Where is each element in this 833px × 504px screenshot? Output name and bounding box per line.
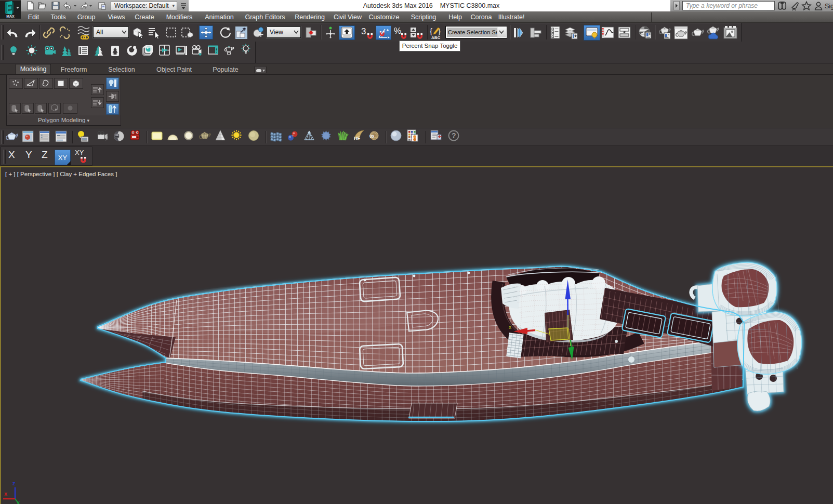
svg-text:x: x	[4, 490, 8, 497]
svg-text:y: y	[16, 499, 20, 504]
svg-text:%: %	[394, 26, 401, 35]
svg-text:3: 3	[361, 26, 366, 36]
svg-text:z: z	[12, 480, 16, 486]
svg-text:Sig: Sig	[825, 3, 833, 10]
svg-text:MAX: MAX	[6, 15, 15, 18]
svg-text:HF: HF	[354, 136, 360, 141]
svg-text:0x: 0x	[369, 134, 375, 139]
svg-text:?: ?	[452, 131, 456, 140]
svg-text:{: {	[430, 26, 432, 35]
svg-text:x: x	[509, 324, 511, 330]
svg-text:ABC: ABC	[431, 35, 441, 40]
